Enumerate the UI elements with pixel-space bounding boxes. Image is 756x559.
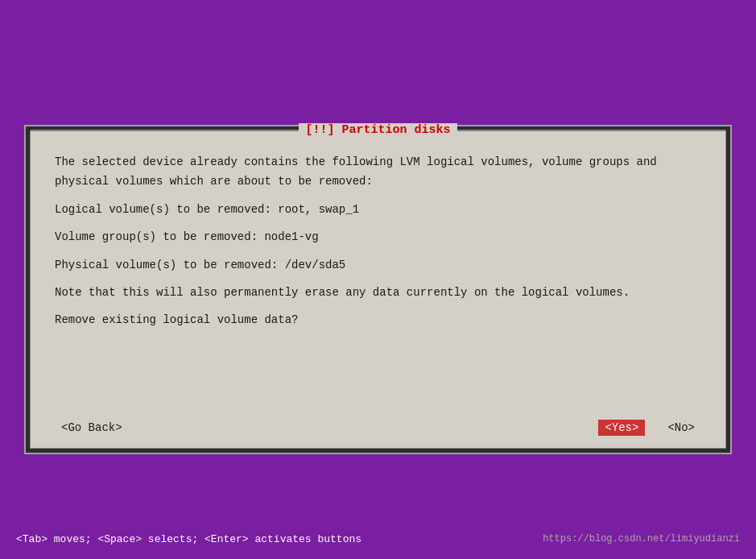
- title-line-left: [31, 130, 299, 130]
- volume-groups-text: Volume group(s) to be removed: node1-vg: [55, 228, 701, 246]
- right-buttons: <Yes> <No>: [598, 420, 701, 436]
- dialog-box: [!!] Partition disks The selected device…: [30, 130, 726, 449]
- dialog-content: The selected device already contains the…: [31, 137, 725, 355]
- logical-volumes-text: Logical volume(s) to be removed: root, s…: [55, 201, 701, 218]
- keyboard-hint: <Tab> moves; <Space> selects; <Enter> ac…: [16, 533, 361, 545]
- url-text: https://blog.csdn.net/limiyudianzi: [543, 533, 740, 545]
- title-line-right: [457, 130, 725, 130]
- yes-button[interactable]: <Yes>: [598, 420, 645, 436]
- title-bar: [!!] Partition disks: [31, 123, 725, 137]
- no-button[interactable]: <No>: [661, 420, 701, 436]
- description-line1: The selected device already contains the…: [55, 153, 701, 171]
- note-text: Note that this will also permanently era…: [55, 284, 701, 301]
- physical-volumes-text: Physical volume(s) to be removed: /dev/s…: [55, 256, 701, 274]
- dialog-title: [!!] Partition disks: [299, 123, 456, 137]
- description-line2: physical volumes which are about to be r…: [55, 172, 701, 190]
- go-back-button[interactable]: <Go Back>: [55, 420, 129, 436]
- bottom-bar: <Tab> moves; <Space> selects; <Enter> ac…: [0, 519, 756, 559]
- button-bar: <Go Back> <Yes> <No>: [55, 420, 701, 436]
- outer-container: [!!] Partition disks The selected device…: [24, 125, 732, 454]
- question-text: Remove existing logical volume data?: [55, 311, 701, 329]
